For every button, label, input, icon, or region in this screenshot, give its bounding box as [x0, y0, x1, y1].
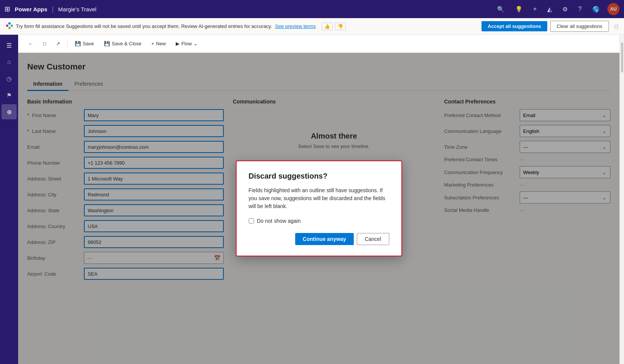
new-button[interactable]: + New	[147, 39, 170, 49]
do-not-show-checkbox[interactable]	[249, 218, 254, 224]
help-icon[interactable]: ?	[575, 4, 585, 14]
back-button[interactable]: ←	[24, 39, 37, 49]
lightbulb-icon[interactable]: 💡	[512, 4, 526, 14]
cancel-button[interactable]: Cancel	[357, 233, 389, 245]
do-not-show-label: Do not show again	[257, 218, 301, 224]
avatar[interactable]: AU	[607, 3, 619, 15]
ai-banner-link[interactable]: See preview terms	[275, 23, 316, 29]
feedback-buttons: 👍 👎	[322, 23, 346, 30]
toolbar: ← □ ↗ 💾 Save 💾 Save & Close + New ▶ Flow…	[18, 35, 619, 53]
add-icon[interactable]: +	[530, 4, 540, 14]
modal-title: Discard suggestions?	[249, 172, 389, 180]
scroll-thumb	[621, 42, 623, 72]
modal-actions: Continue anyway Cancel	[249, 233, 389, 245]
ai-banner: Try form fill assistance Suggestions wil…	[0, 18, 624, 35]
flow-icon: ▶	[176, 41, 180, 46]
app-name: Margie's Travel	[58, 6, 96, 12]
continue-anyway-button[interactable]: Continue anyway	[295, 233, 354, 245]
clear-all-btn[interactable]: Clear all suggestions	[550, 21, 609, 32]
sidebar-globe-icon[interactable]: ⊕	[2, 104, 17, 119]
main-content: ← □ ↗ 💾 Save 💾 Save & Close + New ▶ Flow…	[18, 35, 619, 364]
sidebar-menu-icon[interactable]: ☰	[2, 38, 17, 53]
top-nav: ⊞ Power Apps | Margie's Travel 🔍 💡 + ◭ ⚙…	[0, 0, 624, 18]
svg-point-1	[8, 22, 11, 25]
svg-point-2	[11, 25, 13, 27]
save-button[interactable]: 💾 Save	[71, 39, 98, 49]
sidebar-recent-icon[interactable]: ◷	[2, 71, 17, 86]
flow-dropdown-icon: ⌄	[194, 41, 198, 46]
modal-body: Fields highlighted with an outline still…	[249, 187, 389, 210]
thumbs-down-btn[interactable]: 👎	[335, 23, 346, 30]
discard-suggestions-dialog: Discard suggestions? Fields highlighted …	[236, 160, 402, 256]
save-close-icon: 💾	[104, 41, 110, 46]
search-icon[interactable]: 🔍	[494, 4, 508, 14]
modal-overlay: Discard suggestions? Fields highlighted …	[18, 53, 619, 364]
side-panel-icon[interactable]: □	[615, 23, 618, 29]
sidebar: ☰ ⌂ ◷ ⚑ ⊕	[0, 35, 18, 364]
do-not-show-row: Do not show again	[249, 218, 389, 224]
flow-button[interactable]: ▶ Flow ⌄	[172, 39, 202, 49]
scrollbar[interactable]	[619, 35, 624, 364]
region-icon[interactable]: 🌎	[589, 4, 603, 14]
accept-all-btn[interactable]: Accept all suggestions	[482, 21, 547, 31]
page-body: New Customer Information Preferences Bas…	[18, 53, 619, 364]
sidebar-home-icon[interactable]: ⌂	[2, 54, 17, 69]
gear-icon[interactable]: ⚙	[559, 4, 571, 14]
svg-point-0	[6, 25, 8, 27]
ai-icon	[6, 22, 13, 31]
open-button[interactable]: □	[39, 39, 50, 49]
ai-banner-text: Try form fill assistance Suggestions wil…	[16, 23, 272, 29]
save-icon: 💾	[75, 41, 81, 46]
thumbs-up-btn[interactable]: 👍	[322, 23, 333, 30]
new-icon: +	[151, 41, 154, 46]
svg-point-3	[8, 27, 11, 29]
grid-icon[interactable]: ⊞	[5, 5, 10, 13]
brand-name: Power Apps	[15, 6, 47, 12]
sidebar-pin-icon[interactable]: ⚑	[2, 88, 17, 103]
save-new-button[interactable]: ↗	[52, 39, 64, 49]
save-close-button[interactable]: 💾 Save & Close	[100, 39, 146, 49]
filter-icon[interactable]: ◭	[544, 4, 555, 14]
